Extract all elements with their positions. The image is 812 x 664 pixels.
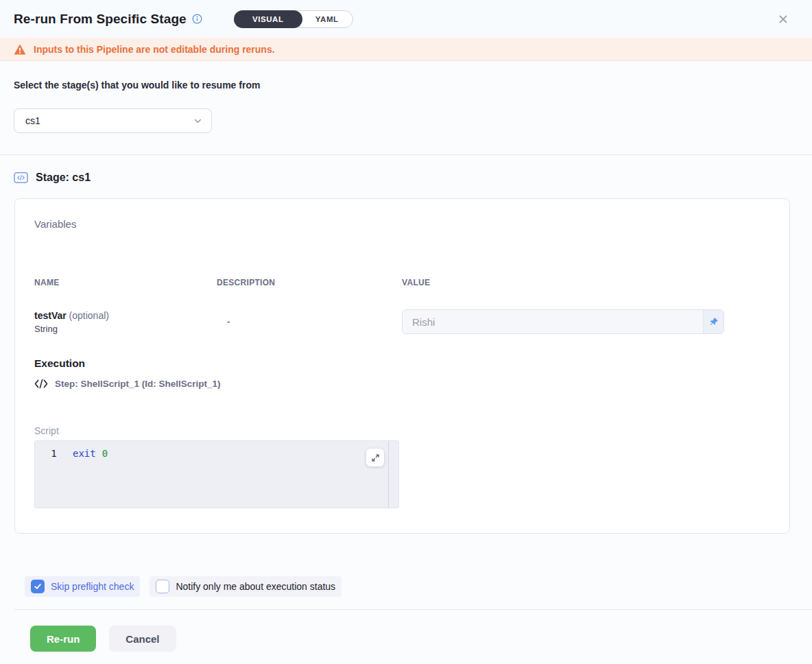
modal-header: Re-run From Specific Stage VISUAL YAML <box>0 0 812 38</box>
skip-preflight-label: Skip preflight check <box>51 581 134 592</box>
variable-optional-tag: (optional) <box>69 310 109 321</box>
stage-section: Stage: cs1 Variables NAME DESCRIPTION VA… <box>0 155 812 652</box>
column-header-value: VALUE <box>402 278 770 287</box>
variable-row: testVar (optional) String - <box>34 309 770 334</box>
column-header-description: DESCRIPTION <box>217 278 402 287</box>
code-keyword: exit <box>73 448 96 459</box>
checkbox-checked-icon <box>31 580 45 593</box>
tab-visual[interactable]: VISUAL <box>234 10 302 28</box>
visual-yaml-toggle: VISUAL YAML <box>234 10 353 28</box>
chevron-down-icon <box>193 116 203 126</box>
variable-name: testVar <box>34 310 67 321</box>
step-label: Step: ShellScript_1 (Id: ShellScript_1) <box>55 379 221 389</box>
skip-preflight-checkbox[interactable]: Skip preflight check <box>25 576 140 597</box>
stage-select-section: Select the stage(s) that you would like … <box>0 61 812 155</box>
rerun-modal: Re-run From Specific Stage VISUAL YAML <box>0 0 812 652</box>
variables-title: Variables <box>34 218 770 230</box>
code-step-icon <box>34 379 48 389</box>
column-header-name: NAME <box>34 278 217 287</box>
code-number: 0 <box>102 448 108 459</box>
script-label: Script <box>34 425 770 436</box>
variable-value-input[interactable] <box>403 310 703 333</box>
stage-inputs-card: Variables NAME DESCRIPTION VALUE testVar… <box>14 198 790 534</box>
warning-icon <box>14 44 26 55</box>
stage-title: Stage: cs1 <box>36 171 91 184</box>
tab-yaml[interactable]: YAML <box>294 10 353 28</box>
expand-icon[interactable] <box>366 449 384 466</box>
page-title: Re-run From Specific Stage <box>14 12 187 27</box>
stage-icon <box>14 171 28 184</box>
step-row: Step: ShellScript_1 (Id: ShellScript_1) <box>34 379 770 389</box>
code-line: 1 exit 0 <box>35 441 398 459</box>
execution-title: Execution <box>34 357 770 370</box>
notify-only-me-label: Notify only me about execution status <box>176 581 335 592</box>
rerun-button[interactable]: Re-run <box>30 626 96 652</box>
stage-select-value: cs1 <box>25 115 193 126</box>
warning-banner: Inputs to this Pipeline are not editable… <box>0 38 812 61</box>
variable-type: String <box>34 324 217 334</box>
variable-value-field <box>402 309 724 334</box>
close-icon[interactable] <box>775 11 791 27</box>
info-icon[interactable] <box>192 14 202 24</box>
stage-select-dropdown[interactable]: cs1 <box>14 108 212 133</box>
script-code-editor[interactable]: 1 exit 0 <box>34 440 399 508</box>
variables-header-row: NAME DESCRIPTION VALUE <box>34 278 770 287</box>
editor-scrollbar[interactable] <box>388 441 389 508</box>
run-options: Skip preflight check Notify only me abou… <box>14 576 812 597</box>
line-number: 1 <box>35 448 73 459</box>
modal-footer: Re-run Cancel <box>14 610 812 652</box>
stage-heading: Stage: cs1 <box>14 171 812 184</box>
variable-description: - <box>217 316 402 327</box>
warning-text: Inputs to this Pipeline are not editable… <box>34 44 275 55</box>
checkbox-unchecked-icon <box>156 580 169 593</box>
pin-icon[interactable] <box>703 310 724 333</box>
cancel-button[interactable]: Cancel <box>109 626 176 652</box>
notify-only-me-checkbox[interactable]: Notify only me about execution status <box>150 576 342 597</box>
stage-select-label: Select the stage(s) that you would like … <box>14 80 798 91</box>
variable-name-cell: testVar (optional) String <box>34 310 217 334</box>
